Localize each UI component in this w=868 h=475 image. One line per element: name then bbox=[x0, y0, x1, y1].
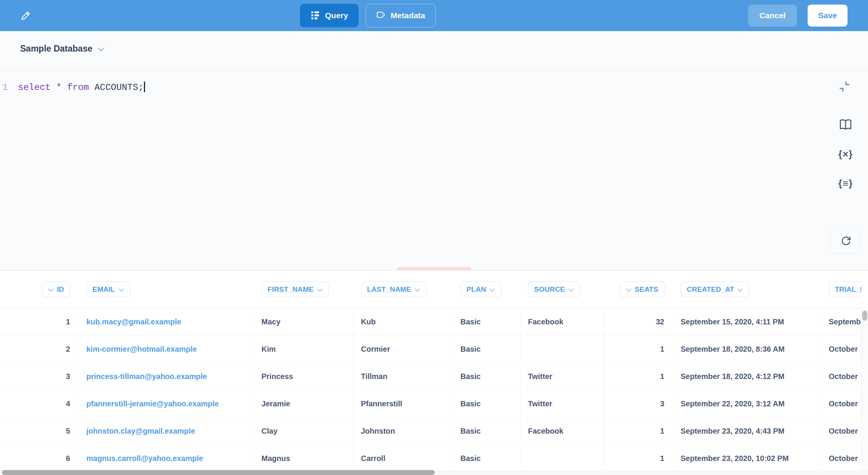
sql-snippet-icon[interactable]: {×} bbox=[837, 146, 854, 162]
query-list-icon bbox=[310, 10, 320, 22]
email-link-cell[interactable]: kim-cormier@hotmail.example bbox=[79, 336, 254, 363]
cell-trial-e[interactable]: Septemb bbox=[821, 308, 861, 336]
cell-last-name[interactable]: Cormier bbox=[353, 336, 453, 363]
cell-source[interactable]: Facebook bbox=[520, 308, 604, 336]
column-header-pill-id[interactable]: ID bbox=[42, 282, 70, 297]
cell-seats[interactable]: 1 bbox=[604, 363, 673, 390]
cell-id[interactable]: 1 bbox=[0, 308, 79, 336]
column-label: ID bbox=[57, 285, 64, 294]
cell-id[interactable]: 4 bbox=[0, 390, 79, 418]
cell-last-name[interactable]: Kub bbox=[353, 308, 453, 336]
column-header-first-name: FIRST_NAME bbox=[254, 271, 353, 308]
cell-last-name[interactable]: Carroll bbox=[353, 445, 453, 472]
database-selector[interactable]: Sample Database bbox=[20, 44, 104, 54]
horizontal-scrollbar[interactable] bbox=[0, 470, 868, 475]
sql-text: select * from ACCOUNTS; bbox=[11, 82, 145, 94]
column-header-pill-last-name[interactable]: LAST_NAME bbox=[361, 282, 426, 297]
cell-first-name[interactable]: Jeramie bbox=[254, 390, 353, 418]
cell-source[interactable]: Facebook bbox=[520, 418, 604, 445]
vertical-scrollbar[interactable] bbox=[861, 308, 868, 470]
cell-trial-e[interactable]: October bbox=[821, 363, 861, 390]
table-row: 5johnston.clay@gmail.exampleClayJohnston… bbox=[0, 418, 861, 445]
cancel-button[interactable]: Cancel bbox=[748, 5, 797, 27]
cell-first-name[interactable]: Macy bbox=[254, 308, 353, 336]
cell-id[interactable]: 3 bbox=[0, 363, 79, 390]
cell-created-at[interactable]: September 22, 2020, 3:12 AM bbox=[673, 390, 821, 418]
cell-id[interactable]: 2 bbox=[0, 336, 79, 363]
editor-tabs: Query Metadata bbox=[300, 4, 436, 27]
email-link-cell[interactable]: johnston.clay@gmail.example bbox=[79, 418, 254, 445]
top-bar: Query Metadata Cancel Save bbox=[0, 0, 868, 31]
sql-code-line: 1 select * from ACCOUNTS; bbox=[0, 82, 868, 94]
cell-seats[interactable]: 32 bbox=[604, 308, 673, 336]
cell-created-at[interactable]: September 23, 2020, 4:43 PM bbox=[673, 418, 821, 445]
snippet-list-icon[interactable]: {≡} bbox=[837, 175, 854, 192]
cell-source[interactable] bbox=[520, 445, 604, 472]
column-header-pill-seats[interactable]: SEATS bbox=[620, 282, 664, 297]
cell-plan[interactable]: Basic bbox=[453, 390, 520, 418]
cell-trial-e[interactable]: October bbox=[821, 336, 861, 363]
cell-first-name[interactable]: Clay bbox=[254, 418, 353, 445]
chevron-down-icon bbox=[737, 288, 743, 292]
cell-plan[interactable]: Basic bbox=[453, 336, 520, 363]
tab-query-label: Query bbox=[325, 11, 348, 20]
column-header-pill-created-at[interactable]: CREATED_AT bbox=[681, 282, 750, 297]
column-header-id: ID bbox=[0, 271, 79, 308]
cell-trial-e[interactable]: October bbox=[821, 445, 861, 472]
cell-seats[interactable]: 1 bbox=[604, 336, 673, 363]
chevron-down-icon bbox=[98, 46, 104, 53]
cell-id[interactable]: 5 bbox=[0, 418, 79, 445]
cell-source[interactable]: Twitter bbox=[520, 363, 604, 390]
cell-id[interactable]: 6 bbox=[0, 445, 79, 472]
cell-last-name[interactable]: Johnston bbox=[353, 418, 453, 445]
horizontal-scrollbar-thumb[interactable] bbox=[2, 470, 435, 475]
column-header-pill-source[interactable]: SOURCE bbox=[528, 282, 580, 297]
cell-trial-e[interactable]: October bbox=[821, 418, 861, 445]
column-header-seats: SEATS bbox=[604, 271, 673, 308]
cell-source[interactable]: Twitter bbox=[520, 390, 604, 418]
vertical-scrollbar-thumb[interactable] bbox=[862, 311, 867, 321]
tab-query[interactable]: Query bbox=[300, 4, 358, 27]
column-label: TRIAL_E bbox=[835, 285, 862, 294]
email-link-cell[interactable]: magnus.carroll@yahoo.example bbox=[79, 445, 254, 472]
cell-created-at[interactable]: September 18, 2020, 4:12 PM bbox=[673, 363, 821, 390]
edit-pencil-icon[interactable] bbox=[17, 8, 34, 23]
column-header-plan: PLAN bbox=[453, 271, 520, 308]
cell-first-name[interactable]: Princess bbox=[254, 363, 353, 390]
email-link-cell[interactable]: kub.macy@gmail.example bbox=[79, 308, 254, 336]
cell-trial-e[interactable]: October bbox=[821, 390, 861, 418]
sql-code-editor[interactable]: 1 select * from ACCOUNTS; bbox=[0, 70, 868, 94]
cell-plan[interactable]: Basic bbox=[453, 363, 520, 390]
tab-metadata-label: Metadata bbox=[391, 11, 425, 20]
cell-seats[interactable]: 1 bbox=[604, 418, 673, 445]
cell-last-name[interactable]: Pfannerstill bbox=[353, 390, 453, 418]
email-link-cell[interactable]: pfannerstill-jeramie@yahoo.example bbox=[79, 390, 254, 418]
cell-seats[interactable]: 3 bbox=[604, 390, 673, 418]
cell-plan[interactable]: Basic bbox=[453, 418, 520, 445]
cell-plan[interactable]: Basic bbox=[453, 445, 520, 472]
save-button[interactable]: Save bbox=[808, 5, 847, 27]
refresh-icon bbox=[840, 234, 852, 248]
column-header-pill-plan[interactable]: PLAN bbox=[461, 282, 502, 297]
data-reference-book-icon[interactable] bbox=[837, 116, 854, 133]
cell-first-name[interactable]: Magnus bbox=[254, 445, 353, 472]
email-link-cell[interactable]: princess-tillman@yahoo.example bbox=[79, 363, 254, 390]
cell-plan[interactable]: Basic bbox=[453, 308, 520, 336]
cell-first-name[interactable]: Kim bbox=[254, 336, 353, 363]
run-query-refresh-button[interactable] bbox=[831, 229, 861, 254]
cell-created-at[interactable]: September 23, 2020, 10:02 PM bbox=[673, 445, 821, 472]
cell-created-at[interactable]: September 18, 2020, 8:36 AM bbox=[673, 336, 821, 363]
cell-source[interactable] bbox=[520, 336, 604, 363]
cell-seats[interactable]: 1 bbox=[604, 445, 673, 472]
cell-last-name[interactable]: Tillman bbox=[353, 363, 453, 390]
column-header-pill-trial-e[interactable]: TRIAL_E bbox=[829, 282, 862, 297]
table-row: 4pfannerstill-jeramie@yahoo.exampleJeram… bbox=[0, 390, 861, 418]
column-header-pill-first-name[interactable]: FIRST_NAME bbox=[262, 282, 329, 297]
column-header-pill-email[interactable]: EMAIL bbox=[87, 282, 130, 297]
query-results-panel: IDEMAILFIRST_NAMELAST_NAMEPLANSOURCESEAT… bbox=[0, 271, 868, 475]
table-row: 6magnus.carroll@yahoo.exampleMagnusCarro… bbox=[0, 445, 861, 472]
column-header-trial-e: TRIAL_E bbox=[821, 271, 861, 308]
tab-metadata[interactable]: Metadata bbox=[366, 4, 436, 27]
column-label: PLAN bbox=[467, 285, 486, 294]
cell-created-at[interactable]: September 15, 2020, 4:11 PM bbox=[673, 308, 821, 336]
